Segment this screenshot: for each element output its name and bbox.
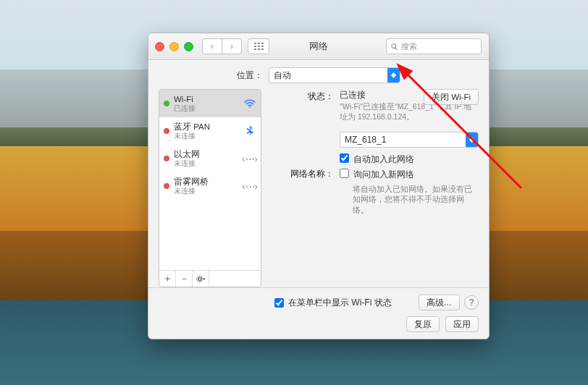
wifi-icon bbox=[243, 99, 256, 108]
nav-back-forward: ‹ › bbox=[202, 38, 242, 54]
ethernet-icon: ‹⋯› bbox=[243, 181, 256, 192]
svg-line-15 bbox=[197, 276, 198, 277]
auto-join-checkbox[interactable] bbox=[340, 153, 349, 163]
gear-icon bbox=[196, 274, 206, 284]
service-item-wifi[interactable]: Wi-Fi 已连接 bbox=[159, 90, 261, 117]
service-name: 以太网 bbox=[174, 150, 200, 159]
location-label: 位置： bbox=[237, 69, 263, 82]
network-name-label: 网络名称： bbox=[270, 166, 340, 180]
apply-button[interactable]: 应用 bbox=[445, 316, 479, 332]
grid-icon bbox=[254, 43, 264, 50]
bluetooth-icon bbox=[243, 125, 256, 137]
ask-join-label: 询问加入新网络 bbox=[353, 169, 414, 181]
status-dot-icon bbox=[164, 156, 169, 161]
svg-line-17 bbox=[197, 280, 198, 281]
service-list-footer: ＋ － bbox=[159, 270, 261, 287]
status-label: 状态： bbox=[270, 89, 340, 103]
ask-join-hint: 将自动加入已知网络。如果没有已知网络，您将不得不手动选择网络。 bbox=[353, 184, 479, 215]
service-item-bluetooth-pan[interactable]: 蓝牙 PAN 未连接 bbox=[159, 117, 261, 145]
remove-service-button[interactable]: － bbox=[176, 271, 193, 287]
service-actions-menu[interactable] bbox=[193, 271, 209, 287]
network-prefs-window: ‹ › 网络 搜索 位置： 自动 bbox=[148, 33, 490, 339]
show-all-prefs-button[interactable] bbox=[248, 38, 269, 54]
status-subtext: "Wi-Fi"已连接至"MZ_618_1"，其 IP 地址为 192.168.0… bbox=[340, 102, 479, 122]
show-wifi-status-checkbox[interactable] bbox=[274, 298, 284, 308]
window-footer: 在菜单栏中显示 Wi-Fi 状态 高级… ? 复原 应用 bbox=[148, 287, 489, 339]
network-name-popup[interactable]: MZ_618_1 bbox=[340, 132, 479, 148]
minimize-window-button[interactable] bbox=[169, 42, 179, 51]
advanced-button[interactable]: 高级… bbox=[419, 295, 461, 310]
svg-rect-1 bbox=[258, 43, 260, 44]
ask-join-checkbox[interactable] bbox=[340, 169, 349, 178]
help-button[interactable]: ? bbox=[464, 295, 479, 310]
svg-rect-8 bbox=[261, 48, 264, 50]
desktop-wallpaper: ‹ › 网络 搜索 位置： 自动 bbox=[0, 0, 588, 385]
svg-rect-0 bbox=[254, 43, 256, 44]
svg-line-16 bbox=[201, 280, 202, 281]
network-name-value: MZ_618_1 bbox=[340, 135, 466, 145]
window-titlebar: ‹ › 网络 搜索 bbox=[148, 33, 489, 60]
location-row: 位置： 自动 bbox=[148, 60, 489, 89]
nav-back-button[interactable]: ‹ bbox=[202, 38, 222, 54]
svg-rect-4 bbox=[258, 46, 260, 47]
search-field[interactable]: 搜索 bbox=[386, 38, 482, 54]
svg-rect-3 bbox=[254, 46, 256, 47]
service-item-ethernet[interactable]: 以太网 未连接 ‹⋯› bbox=[159, 145, 261, 172]
status-dot-icon bbox=[164, 128, 169, 134]
zoom-window-button[interactable] bbox=[184, 42, 193, 51]
search-icon bbox=[390, 43, 398, 51]
service-status: 已连接 bbox=[174, 104, 196, 112]
ethernet-icon: ‹⋯› bbox=[243, 153, 256, 164]
location-value: 自动 bbox=[269, 69, 387, 82]
chevrons-updown-icon bbox=[466, 132, 478, 147]
svg-point-9 bbox=[249, 106, 251, 108]
turn-off-wifi-button[interactable]: 关闭 Wi-Fi bbox=[424, 89, 479, 105]
window-controls bbox=[155, 42, 193, 51]
service-name: Wi-Fi bbox=[174, 95, 196, 104]
service-status: 未连接 bbox=[174, 132, 210, 140]
close-window-button[interactable] bbox=[155, 42, 164, 51]
search-placeholder: 搜索 bbox=[401, 41, 417, 52]
svg-line-18 bbox=[201, 276, 202, 277]
detail-pane: 关闭 Wi-Fi 状态： 已连接 "Wi-Fi"已连接至"MZ_618_1"，其… bbox=[270, 89, 479, 287]
svg-point-10 bbox=[198, 277, 201, 280]
service-item-thunderbolt-bridge[interactable]: 雷雾网桥 未连接 ‹⋯› bbox=[159, 172, 261, 200]
chevrons-updown-icon bbox=[387, 68, 400, 82]
service-name: 蓝牙 PAN bbox=[174, 122, 210, 132]
svg-rect-5 bbox=[261, 46, 264, 47]
add-service-button[interactable]: ＋ bbox=[159, 271, 176, 287]
status-dot-icon bbox=[164, 101, 169, 106]
status-dot-icon bbox=[164, 183, 169, 189]
location-popup[interactable]: 自动 bbox=[269, 67, 400, 83]
svg-rect-2 bbox=[261, 43, 264, 44]
nav-forward-button[interactable]: › bbox=[222, 38, 242, 54]
service-status: 未连接 bbox=[174, 159, 200, 167]
service-status: 未连接 bbox=[174, 187, 209, 195]
svg-rect-7 bbox=[258, 48, 260, 50]
svg-rect-6 bbox=[254, 48, 256, 50]
auto-join-label: 自动加入此网络 bbox=[353, 153, 414, 166]
show-wifi-status-label: 在菜单栏中显示 Wi-Fi 状态 bbox=[288, 297, 392, 309]
service-name: 雷雾网桥 bbox=[174, 177, 209, 187]
service-list: Wi-Fi 已连接 蓝牙 PAN 未连接 bbox=[159, 89, 261, 287]
revert-button[interactable]: 复原 bbox=[406, 316, 440, 332]
